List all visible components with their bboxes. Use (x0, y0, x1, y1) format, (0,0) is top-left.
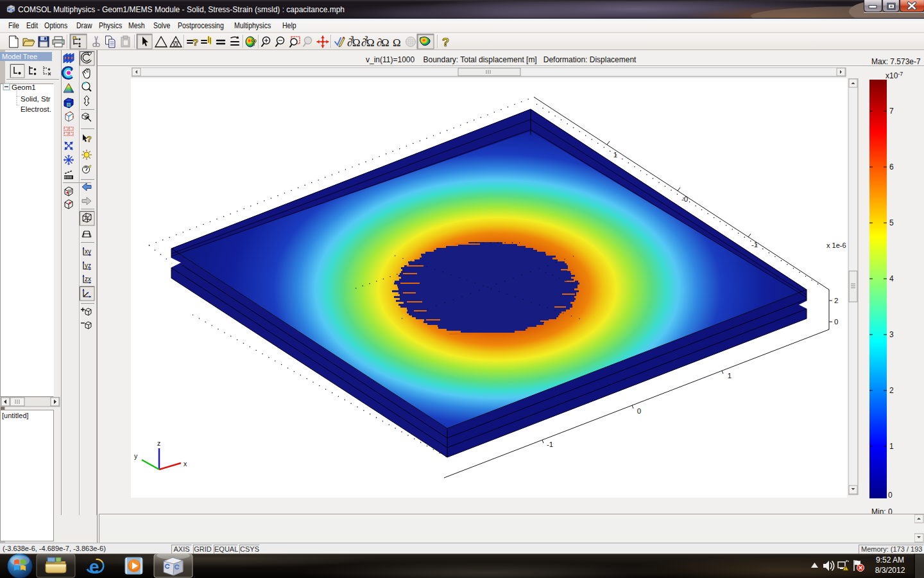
svg-text:xy: xy (85, 248, 91, 255)
svg-text:2: 2 (889, 386, 894, 395)
svg-text:Ω: Ω (366, 37, 375, 49)
svg-text:x: x (184, 460, 187, 468)
svg-text:7: 7 (889, 107, 894, 116)
svg-text:z: z (157, 439, 160, 447)
svg-text:Ω: Ω (393, 37, 401, 49)
svg-text:?: ? (193, 37, 198, 48)
svg-text:Ω: Ω (381, 37, 389, 49)
svg-text:-1: -1 (547, 441, 553, 448)
svg-text:Ω: Ω (352, 37, 361, 49)
svg-text:x 1e-6: x 1e-6 (826, 241, 846, 249)
svg-text:y: y (134, 452, 138, 460)
svg-text:-0: -0 (681, 195, 688, 203)
svg-text:2: 2 (834, 297, 838, 304)
svg-text:-1: -1 (751, 241, 758, 249)
svg-text:0: 0 (637, 407, 641, 415)
svg-text:?: ? (251, 37, 257, 48)
svg-text:?: ? (87, 134, 92, 144)
svg-text:zx: zx (85, 276, 91, 283)
svg-text:?: ? (442, 36, 449, 49)
svg-text:1: 1 (728, 372, 732, 380)
svg-text:!: ! (845, 566, 846, 570)
svg-text:5: 5 (889, 218, 894, 227)
svg-text:yz: yz (85, 262, 91, 269)
svg-text:0: 0 (834, 318, 838, 326)
svg-text:1: 1 (613, 151, 617, 159)
svg-text:3: 3 (889, 330, 894, 339)
svg-text:4: 4 (889, 274, 894, 283)
svg-text:1: 1 (889, 442, 894, 451)
svg-text:6: 6 (889, 162, 894, 171)
